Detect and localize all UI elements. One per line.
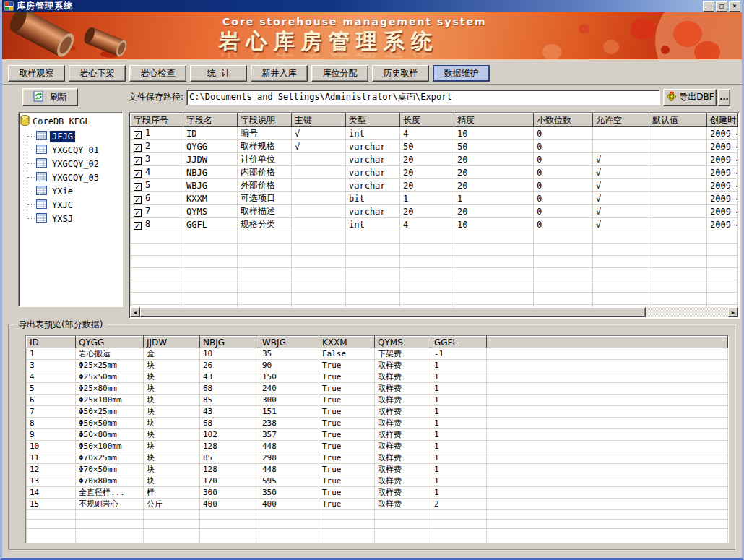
column-header[interactable]: 创建时 — [707, 114, 738, 127]
column-header[interactable]: 字段名 — [183, 114, 238, 127]
table-row[interactable]: ✓6KXXM可选项目bit110√2009-4- — [131, 192, 738, 205]
column-header[interactable]: 小数位数 — [534, 114, 593, 127]
table-row[interactable]: 5Φ25×80mm块68240True取样费1 — [27, 383, 728, 395]
table-cell: √ — [593, 192, 649, 205]
table-row[interactable]: 6Φ25×100mm块85300True取样费1 — [27, 395, 728, 406]
scroll-left-icon[interactable]: ◄ — [130, 307, 140, 317]
table-cell: 1 — [454, 192, 534, 205]
tree-item[interactable]: YXie — [36, 184, 121, 198]
column-header[interactable]: NBJG — [200, 337, 259, 348]
table-row[interactable]: 8Φ50×50mm块68238True取样费1 — [27, 418, 728, 429]
row-checkbox[interactable]: ✓ — [134, 196, 142, 204]
table-row[interactable]: ✓1ID编号√int41002009-4- — [131, 127, 738, 140]
tree-item[interactable]: YXGCQY_03 — [36, 171, 121, 184]
toolbar-button[interactable]: 岩心下架 — [69, 65, 126, 82]
row-checkbox[interactable]: ✓ — [134, 209, 142, 217]
row-checkbox[interactable]: ✓ — [134, 183, 142, 191]
table-row[interactable]: 3Φ25×25mm块2690True取样费1 — [27, 360, 728, 371]
table-cell: GGFL — [183, 218, 238, 231]
table-cell — [292, 205, 346, 218]
table-cell — [593, 140, 649, 153]
toolbar-button[interactable]: 新井入库 — [251, 65, 308, 82]
maximize-button[interactable]: □ — [716, 1, 727, 12]
table-cell: 300 — [200, 487, 259, 499]
close-button[interactable]: × — [729, 1, 740, 12]
toolbar-button[interactable]: 库位分配 — [311, 65, 368, 82]
fields-table[interactable]: 字段序号字段名字段说明主键类型长度精度小数位数允许空默认值创建时✓1ID编号√i… — [130, 113, 738, 307]
column-header[interactable]: 精度 — [454, 114, 534, 127]
table-row[interactable]: 14全直径样...样300350True取样费1 — [27, 487, 728, 499]
horizontal-scrollbar[interactable]: ◄ ► — [130, 307, 738, 317]
table-cell: 2009-4- — [707, 166, 738, 179]
table-row[interactable]: 15不规则岩心公斤400400True取样费2 — [27, 499, 728, 510]
row-checkbox[interactable]: ✓ — [134, 170, 142, 178]
toolbar-button[interactable]: 取样观察 — [8, 65, 65, 82]
column-header[interactable]: 字段序号 — [131, 114, 183, 127]
tree-item[interactable]: JFJG — [36, 129, 121, 143]
table-cell: ✓1 — [131, 127, 183, 140]
toolbar-button[interactable]: 岩心检查 — [129, 65, 186, 82]
toolbar-button[interactable]: 统 计 — [190, 65, 247, 82]
table-row[interactable]: ✓7QYMS取样描述varchar20200√2009-4- — [131, 205, 738, 218]
row-checkbox[interactable]: ✓ — [134, 144, 142, 152]
row-checkbox[interactable]: ✓ — [134, 131, 142, 139]
toolbar-button[interactable]: 数据维护 — [433, 65, 490, 82]
tree-item[interactable]: YXJC — [36, 198, 121, 212]
column-header[interactable]: QYGG — [76, 337, 144, 348]
scrollbar-thumb[interactable] — [140, 307, 646, 317]
empty-row — [27, 510, 728, 520]
table-row[interactable]: ✓2QYGG取样规格√varchar505002009-4- — [131, 140, 738, 153]
column-header[interactable]: ID — [27, 337, 76, 348]
refresh-label: 刷新 — [50, 91, 67, 103]
table-cell — [454, 293, 534, 305]
column-header[interactable]: KXXM — [319, 337, 375, 348]
column-header[interactable]: 字段说明 — [238, 114, 292, 127]
preview-table[interactable]: IDQYGGJJDWNBJGWBJGKXXMQYMSGGFL1岩心搬运盒1035… — [26, 336, 728, 543]
table-row[interactable]: 11Φ70×25mm块85298True取样费1 — [27, 452, 728, 464]
toolbar-button[interactable]: 历史取样 — [372, 65, 429, 82]
table-cell: 块 — [144, 406, 200, 418]
table-cell: varchar — [346, 166, 400, 179]
table-cell — [454, 280, 534, 293]
row-checkbox[interactable]: ✓ — [134, 222, 142, 230]
tree-item[interactable]: YXGCQY_02 — [36, 157, 121, 171]
table-row[interactable]: 9Φ50×80mm块102357True取样费1 — [27, 429, 728, 441]
browse-button[interactable]: ... — [718, 89, 730, 106]
column-header[interactable]: 默认值 — [649, 114, 707, 127]
export-dbf-button[interactable]: 导出DBF — [663, 89, 717, 106]
table-cell — [454, 244, 534, 256]
minimize-button[interactable]: _ — [703, 1, 714, 12]
scroll-right-icon[interactable]: ► — [728, 307, 738, 317]
title-bar[interactable]: 库房管理系统 _ □ × — [2, 0, 742, 12]
table-row[interactable]: ✓5WBJG外部价格varchar20200√2009-4- — [131, 179, 738, 192]
table-cell — [707, 244, 738, 256]
column-header[interactable]: 主键 — [292, 114, 346, 127]
tree-item[interactable]: YXSJ — [36, 212, 121, 225]
table-cell — [292, 231, 346, 244]
column-header[interactable]: JJDW — [144, 337, 200, 348]
column-header[interactable] — [487, 337, 728, 348]
row-checkbox[interactable]: ✓ — [134, 157, 142, 165]
table-row[interactable]: 10Φ50×100mm块128448True取样费1 — [27, 441, 728, 452]
database-tree[interactable]: CoreDB_KFGL JFJGYXGCQY_01YXGCQY_02YXGCQY… — [18, 112, 123, 307]
table-row[interactable]: 12Φ70×50mm块128448True取样费1 — [27, 464, 728, 475]
table-row[interactable]: 13Φ70×80mm块170595True取样费1 — [27, 475, 728, 487]
column-header[interactable]: WBJG — [259, 337, 319, 348]
table-cell — [238, 231, 292, 244]
column-header[interactable]: 类型 — [346, 114, 400, 127]
table-row[interactable]: ✓8GGFL规格分类int4100√2009-4- — [131, 218, 738, 231]
save-path-input[interactable] — [186, 90, 660, 105]
column-header[interactable]: GGFL — [431, 337, 487, 348]
column-header[interactable]: QYMS — [375, 337, 431, 348]
table-row[interactable]: ✓4NBJG内部价格varchar20200√2009-4- — [131, 166, 738, 179]
tree-root[interactable]: CoreDB_KFGL — [20, 115, 121, 128]
table-row[interactable]: 1岩心搬运盒1035False下架费-1 — [27, 348, 728, 360]
refresh-button[interactable]: 刷新 — [22, 88, 78, 106]
column-header[interactable]: 允许空 — [593, 114, 649, 127]
table-row[interactable]: ✓3JJDW计价单位varchar20200√2009-4- — [131, 153, 738, 166]
tree-item[interactable]: YXGCQY_01 — [36, 143, 121, 157]
column-header[interactable]: 长度 — [400, 114, 454, 127]
table-row[interactable]: 7Φ50×25mm块43151True取样费1 — [27, 406, 728, 418]
table-row[interactable]: 4Φ25×50mm块43150True取样费1 — [27, 371, 728, 383]
table-cell: 20 — [400, 179, 454, 192]
